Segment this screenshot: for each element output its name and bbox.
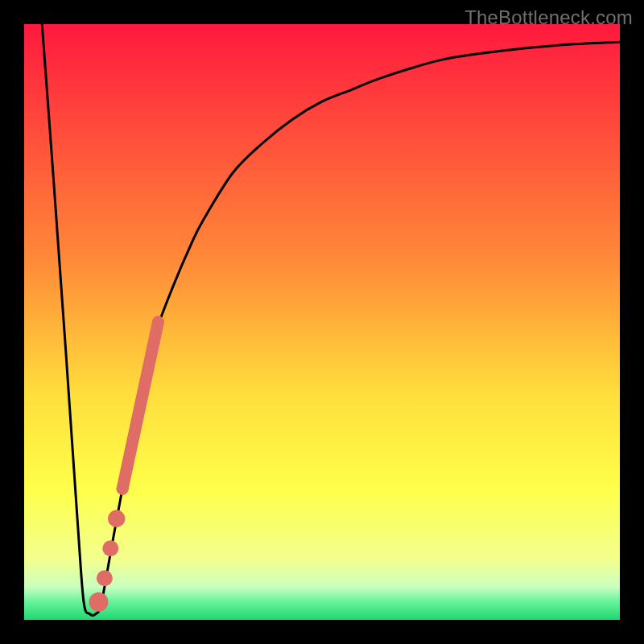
point-d — [89, 592, 109, 612]
point-a — [108, 510, 125, 527]
plot-area — [24, 24, 620, 620]
highlight-band-end — [152, 316, 164, 328]
point-c — [97, 570, 113, 586]
chart-frame: TheBottleneck.com — [0, 0, 644, 644]
chart-svg — [24, 24, 620, 620]
point-b — [102, 540, 118, 556]
highlight-band-start — [117, 483, 129, 495]
